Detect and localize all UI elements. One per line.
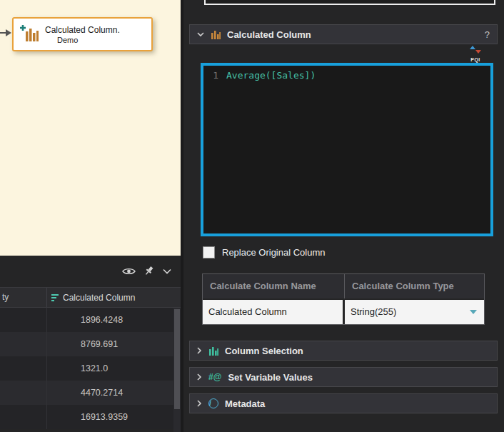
- replace-original-column-row[interactable]: Replace Original Column: [203, 246, 326, 258]
- formula-editor[interactable]: 1Average([Sales]): [201, 63, 493, 236]
- table-row[interactable]: 1321.0: [0, 356, 181, 381]
- pin-icon[interactable]: [144, 266, 154, 276]
- chevron-right-icon: [197, 373, 202, 381]
- section-title: Metadata: [225, 398, 265, 409]
- preview-scrollbar-thumb[interactable]: [174, 309, 180, 409]
- previous-editor-bottom-edge: [204, 0, 495, 5]
- section-title: Calculated Column: [227, 29, 311, 40]
- node-subtitle: Demo: [57, 36, 120, 44]
- table-row[interactable]: 4470.2714: [0, 381, 181, 405]
- calculated-column-cell: 1896.4248: [47, 308, 181, 332]
- column-name-input[interactable]: Calculated Column: [203, 300, 345, 324]
- app-root: Calculated Column. Demo: [0, 0, 504, 432]
- quantity-cell: [0, 308, 47, 332]
- column-header-quantity[interactable]: ty: [0, 288, 47, 307]
- column-type-value: String(255): [351, 306, 396, 317]
- replace-original-column-label: Replace Original Column: [222, 247, 326, 258]
- help-icon[interactable]: ?: [485, 29, 490, 40]
- column-config-table: Calculate Column Name Calculate Column T…: [202, 273, 485, 325]
- preview-scrollbar[interactable]: [173, 308, 181, 432]
- node-calculated-column[interactable]: Calculated Column. Demo: [12, 17, 153, 51]
- section-title: Column Selection: [225, 346, 303, 356]
- quantity-cell: [0, 332, 47, 356]
- calculated-column-type-icon: [51, 293, 59, 302]
- section-title: Set Variable Values: [228, 372, 313, 383]
- header-calculate-column-type: Calculate Column Type: [345, 274, 484, 298]
- preview-column-headers: ty Calculated Column: [0, 287, 181, 308]
- column-header-calculated-column[interactable]: Calculated Column: [47, 288, 181, 307]
- section-header-calculated-column[interactable]: Calculated Column ?: [189, 24, 498, 44]
- column-type-dropdown[interactable]: String(255): [345, 300, 484, 324]
- eye-icon[interactable]: [122, 267, 136, 276]
- formula-code: Average([Sales]): [226, 70, 316, 81]
- column-selection-icon: [208, 346, 218, 356]
- connector-arrow-icon: [0, 28, 12, 38]
- chevron-right-icon: [197, 347, 202, 354]
- header-calculate-column-name: Calculate Column Name: [203, 274, 345, 298]
- quantity-cell: [0, 405, 47, 429]
- column-config-table-row: Calculated Column String(255): [203, 298, 484, 324]
- preview-rows: 1896.4248 8769.691 1321.0 4470.2714 1691…: [0, 308, 181, 429]
- table-row[interactable]: 16913.9359: [0, 405, 181, 429]
- section-header-column-selection[interactable]: Column Selection: [189, 341, 498, 361]
- calculated-column-cell: 8769.691: [47, 332, 181, 356]
- calculated-column-cell: 16913.9359: [47, 405, 181, 429]
- column-config-table-header: Calculate Column Name Calculate Column T…: [203, 274, 484, 298]
- collapse-chevron-icon[interactable]: [163, 268, 171, 274]
- column-header-calculated-column-label: Calculated Column: [63, 293, 135, 303]
- chevron-right-icon: [197, 400, 202, 407]
- node-text: Calculated Column. Demo: [45, 25, 120, 44]
- data-preview-panel: ty Calculated Column 1896.4248: [0, 256, 181, 432]
- table-row[interactable]: 8769.691: [0, 332, 181, 356]
- variables-icon: #@: [208, 372, 221, 382]
- calculated-column-node-icon: [20, 24, 40, 44]
- dropdown-arrow-icon: [470, 310, 477, 314]
- line-number: 1: [209, 70, 218, 81]
- preview-toolbar: [122, 266, 171, 276]
- calculated-column-cell: 4470.2714: [47, 381, 181, 405]
- calculated-column-cell: 1321.0: [47, 356, 181, 381]
- pqi-arrows-icon: [470, 46, 481, 54]
- workflow-canvas[interactable]: Calculated Column. Demo: [0, 0, 181, 256]
- info-icon: i: [208, 398, 218, 408]
- quantity-cell: [0, 381, 47, 405]
- node-title: Calculated Column.: [45, 25, 120, 35]
- section-header-set-variable-values[interactable]: #@ Set Variable Values: [189, 367, 498, 387]
- properties-panel: Calculated Column ? PQI 1Average([Sales]…: [183, 0, 504, 432]
- pqi-badge-label: PQI: [465, 57, 485, 62]
- table-row[interactable]: 1896.4248: [0, 308, 181, 332]
- chevron-down-icon: [197, 32, 204, 37]
- column-header-quantity-label: ty: [2, 292, 9, 302]
- section-header-metadata[interactable]: i Metadata: [189, 393, 498, 413]
- quantity-cell: [0, 356, 47, 381]
- pqi-badge[interactable]: PQI: [465, 44, 485, 62]
- calculated-column-icon: [211, 30, 221, 39]
- replace-original-column-checkbox[interactable]: [203, 246, 215, 258]
